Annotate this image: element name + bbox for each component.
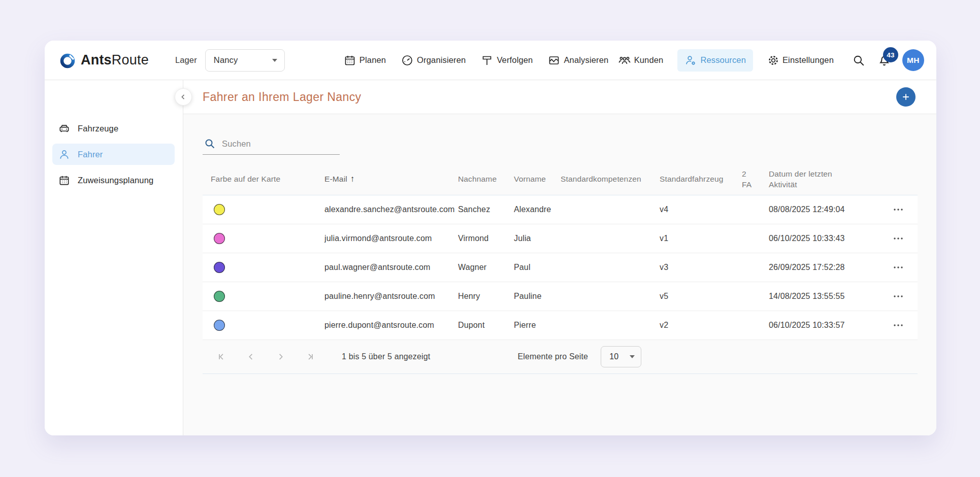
more-horizontal-icon (892, 261, 904, 274)
col-header-skills[interactable]: Standardkompetenzen (561, 174, 660, 185)
calendar-icon (344, 54, 356, 66)
cell-lastname: Virmond (458, 234, 514, 243)
col-header-lastname[interactable]: Nachname (458, 174, 514, 185)
vehicle-icon (58, 123, 70, 134)
driver-color-dot (214, 320, 225, 331)
row-actions-button[interactable] (889, 316, 907, 334)
driver-color-dot (214, 262, 225, 273)
nav-item-organisieren[interactable]: Organisieren (401, 54, 466, 66)
sidebar-item-zuweisungsplanung[interactable]: Zuweisungsplanung (52, 169, 175, 191)
warehouse-select[interactable]: Nancy (205, 49, 285, 72)
plus-icon (901, 92, 911, 102)
calendar-icon (58, 175, 70, 186)
table-row[interactable]: pierre.dupont@antsroute.com Dupont Pierr… (203, 311, 918, 340)
cell-lastactivity: 26/09/2025 17:52:28 (769, 263, 878, 272)
nav-item-analysieren[interactable]: Analysieren (548, 54, 608, 66)
previous-page-button[interactable] (244, 349, 259, 364)
cell-vehicle: v3 (660, 263, 742, 272)
cell-firstname: Pauline (514, 292, 561, 301)
row-actions-button[interactable] (889, 258, 907, 277)
first-page-button[interactable] (215, 349, 230, 364)
warehouse-label: Lager (175, 55, 197, 65)
table-row[interactable]: julia.virmond@antsroute.com Virmond Juli… (203, 224, 918, 253)
drivers-table: Farbe auf der Karte E-Mail ↑ Nachname Vo… (203, 164, 918, 374)
cell-email: pauline.henry@antsroute.com (324, 292, 458, 301)
collapse-sidebar-button[interactable] (175, 88, 192, 106)
chevron-down-icon (272, 59, 277, 62)
chevron-right-icon (275, 351, 286, 362)
person-gear-icon (684, 54, 697, 66)
per-page-select[interactable]: 10 (601, 346, 641, 367)
table-row[interactable]: paul.wagner@antsroute.com Wagner Paul v3… (203, 253, 918, 282)
nav-item-verfolgen[interactable]: Verfolgen (481, 54, 533, 66)
chevron-left-icon (246, 351, 257, 362)
signpost-icon (481, 54, 493, 66)
table-header-row: Farbe auf der Karte E-Mail ↑ Nachname Vo… (203, 164, 918, 195)
per-page-label: Elemente pro Seite (517, 352, 588, 361)
sidebar: Fahrzeuge Fahrer (45, 80, 183, 435)
cell-vehicle: v4 (660, 205, 742, 214)
search-field (203, 138, 340, 155)
driver-color-dot (214, 233, 225, 244)
logo-mark-icon (59, 52, 76, 69)
next-page-button[interactable] (273, 349, 288, 364)
cell-firstname: Pierre (514, 321, 561, 330)
logo-text: AntsRoute (81, 52, 149, 68)
col-header-lastactivity[interactable]: Datum der letzten Aktivität (769, 169, 878, 190)
more-horizontal-icon (892, 319, 904, 331)
chevron-down-icon (630, 355, 635, 358)
notifications[interactable]: 43 (877, 53, 891, 67)
col-header-email[interactable]: E-Mail ↑ (324, 174, 458, 185)
add-driver-button[interactable] (896, 87, 916, 107)
cell-vehicle: v1 (660, 234, 742, 243)
cell-lastactivity: 08/08/2025 12:49:04 (769, 205, 878, 214)
col-header-2fa[interactable]: 2 FA (742, 169, 769, 190)
first-page-icon (217, 351, 228, 362)
table-row[interactable]: pauline.henry@antsroute.com Henry Paulin… (203, 282, 918, 311)
driver-color-dot (214, 291, 225, 302)
cell-lastname: Dupont (458, 321, 514, 330)
cell-email: pierre.dupont@antsroute.com (324, 321, 458, 330)
last-page-button[interactable] (302, 349, 317, 364)
cell-lastname: Henry (458, 292, 514, 301)
col-header-firstname[interactable]: Vorname (514, 174, 561, 185)
nav-item-ressourcen[interactable]: Ressourcen (677, 49, 753, 72)
sort-asc-icon: ↑ (350, 174, 355, 185)
cell-firstname: Julia (514, 234, 561, 243)
search-button[interactable] (849, 51, 868, 70)
right-nav: Kunden Ressourcen (611, 49, 924, 72)
antsroute-logo[interactable]: AntsRoute (59, 52, 149, 69)
cell-email: paul.wagner@antsroute.com (324, 263, 458, 272)
main-nav: Planen Organisieren (344, 54, 609, 66)
nav-item-planen[interactable]: Planen (344, 54, 386, 66)
more-horizontal-icon (892, 290, 904, 302)
notification-badge: 43 (883, 47, 898, 62)
col-header-color[interactable]: Farbe auf der Karte (211, 174, 324, 185)
table-row[interactable]: alexandre.sanchez@antsroute.com Sanchez … (203, 195, 918, 224)
page-header: Fahrer an Ihrem Lager Nancy (183, 80, 936, 114)
cell-lastname: Sanchez (458, 205, 514, 214)
cell-lastactivity: 06/10/2025 10:33:57 (769, 321, 878, 330)
cell-lastactivity: 14/08/2025 13:55:55 (769, 292, 878, 301)
users-icon (618, 54, 631, 66)
sidebar-item-fahrer[interactable]: Fahrer (52, 144, 175, 165)
cell-email: alexandre.sanchez@antsroute.com (324, 205, 458, 214)
driver-icon (58, 149, 70, 160)
row-actions-button[interactable] (889, 200, 907, 219)
pagination-range: 1 bis 5 über 5 angezeigt (342, 352, 430, 361)
nav-item-kunden[interactable]: Kunden (611, 49, 671, 72)
search-icon (204, 138, 216, 150)
gear-icon (767, 54, 779, 66)
avatar[interactable]: MH (902, 49, 924, 71)
col-header-vehicle[interactable]: Standardfahrzeug (660, 174, 742, 185)
search-input[interactable] (222, 139, 334, 149)
page-title: Fahrer an Ihrem Lager Nancy (203, 90, 362, 104)
last-page-icon (304, 351, 315, 362)
driver-color-dot (214, 204, 225, 215)
more-horizontal-icon (892, 232, 904, 245)
nav-item-einstellungen[interactable]: Einstellungen (760, 49, 841, 72)
row-actions-button[interactable] (889, 229, 907, 248)
row-actions-button[interactable] (889, 287, 907, 305)
sidebar-item-fahrzeuge[interactable]: Fahrzeuge (52, 118, 175, 139)
cell-email: julia.virmond@antsroute.com (324, 234, 458, 243)
